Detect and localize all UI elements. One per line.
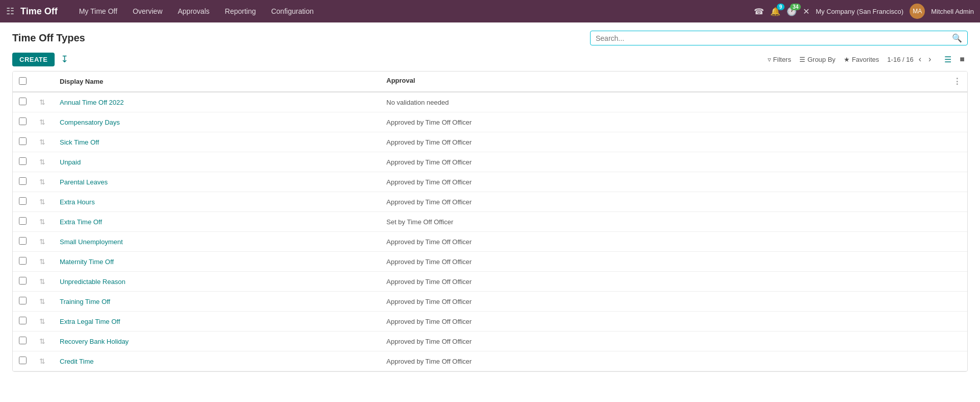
row-name-link[interactable]: Training Time Off bbox=[60, 298, 110, 305]
row-checkbox[interactable] bbox=[19, 357, 27, 364]
row-checkbox[interactable] bbox=[19, 137, 27, 145]
drag-handle-icon[interactable]: ⇅ bbox=[39, 337, 45, 345]
row-drag-cell[interactable]: ⇅ bbox=[33, 252, 54, 272]
pager-next[interactable]: › bbox=[926, 54, 933, 65]
nav-overview[interactable]: Overview bbox=[126, 4, 169, 18]
row-drag-cell[interactable]: ⇅ bbox=[33, 312, 54, 332]
header-display-name[interactable]: Display Name bbox=[54, 72, 380, 92]
row-checkbox-cell[interactable] bbox=[13, 92, 33, 112]
drag-handle-icon[interactable]: ⇅ bbox=[39, 158, 45, 166]
row-checkbox-cell[interactable] bbox=[13, 232, 33, 252]
row-drag-cell[interactable]: ⇅ bbox=[33, 232, 54, 252]
row-checkbox[interactable] bbox=[19, 317, 27, 324]
row-checkbox[interactable] bbox=[19, 197, 27, 205]
row-drag-cell[interactable]: ⇅ bbox=[33, 152, 54, 172]
row-drag-cell[interactable]: ⇅ bbox=[33, 132, 54, 152]
row-checkbox-cell[interactable] bbox=[13, 332, 33, 351]
row-name-link[interactable]: Extra Legal Time Off bbox=[60, 318, 120, 325]
drag-handle-icon[interactable]: ⇅ bbox=[39, 178, 45, 186]
row-drag-cell[interactable]: ⇅ bbox=[33, 172, 54, 192]
row-checkbox-cell[interactable] bbox=[13, 132, 33, 152]
table-row: ⇅ Unpaid Approved by Time Off Officer bbox=[13, 152, 967, 172]
nav-configuration[interactable]: Configuration bbox=[264, 4, 321, 18]
column-options-icon[interactable]: ⋮ bbox=[953, 77, 961, 86]
drag-handle-icon[interactable]: ⇅ bbox=[39, 98, 45, 106]
download-icon[interactable]: ↧ bbox=[57, 52, 72, 67]
header-approval[interactable]: Approval ⋮ bbox=[380, 72, 967, 92]
drag-handle-icon[interactable]: ⇅ bbox=[39, 198, 45, 206]
clock-icon[interactable]: 🕐 34 bbox=[787, 7, 797, 16]
row-checkbox[interactable] bbox=[19, 237, 27, 245]
row-name-link[interactable]: Unpaid bbox=[60, 158, 81, 166]
row-checkbox-cell[interactable] bbox=[13, 212, 33, 232]
row-checkbox[interactable] bbox=[19, 177, 27, 185]
row-name-link[interactable]: Compensatory Days bbox=[60, 119, 120, 126]
row-name-link[interactable]: Recovery Bank Holiday bbox=[60, 338, 129, 345]
row-name-link[interactable]: Extra Time Off bbox=[60, 218, 102, 226]
nav-reporting[interactable]: Reporting bbox=[218, 4, 263, 18]
close-icon[interactable]: ✕ bbox=[803, 7, 810, 16]
drag-handle-icon[interactable]: ⇅ bbox=[39, 357, 45, 365]
nav-my-time-off[interactable]: My Time Off bbox=[72, 4, 125, 18]
row-checkbox[interactable] bbox=[19, 257, 27, 265]
row-drag-cell[interactable]: ⇅ bbox=[33, 272, 54, 292]
row-checkbox-cell[interactable] bbox=[13, 272, 33, 292]
row-checkbox[interactable] bbox=[19, 337, 27, 344]
header-select-all[interactable] bbox=[13, 72, 33, 92]
row-drag-cell[interactable]: ⇅ bbox=[33, 92, 54, 112]
pager-prev[interactable]: ‹ bbox=[917, 54, 923, 65]
row-checkbox-cell[interactable] bbox=[13, 172, 33, 192]
row-checkbox[interactable] bbox=[19, 157, 27, 165]
row-name-cell: Extra Legal Time Off bbox=[54, 312, 380, 332]
row-name-link[interactable]: Annual Time Off 2022 bbox=[60, 99, 124, 106]
row-checkbox-cell[interactable] bbox=[13, 192, 33, 212]
row-checkbox-cell[interactable] bbox=[13, 152, 33, 172]
row-checkbox-cell[interactable] bbox=[13, 252, 33, 272]
drag-handle-icon[interactable]: ⇅ bbox=[39, 118, 45, 126]
bell-icon[interactable]: 🔔 9 bbox=[770, 7, 780, 16]
row-checkbox-cell[interactable] bbox=[13, 292, 33, 312]
list-view-button[interactable]: ☰ bbox=[941, 54, 954, 65]
row-name-link[interactable]: Unpredictable Reason bbox=[60, 278, 126, 286]
row-name-link[interactable]: Sick Time Off bbox=[60, 138, 99, 146]
row-name-cell: Unpaid bbox=[54, 152, 380, 172]
drag-handle-icon[interactable]: ⇅ bbox=[39, 138, 45, 146]
drag-handle-icon[interactable]: ⇅ bbox=[39, 218, 45, 226]
row-drag-cell[interactable]: ⇅ bbox=[33, 192, 54, 212]
row-checkbox[interactable] bbox=[19, 217, 27, 225]
create-button[interactable]: CREATE bbox=[12, 53, 55, 66]
grid-view-button[interactable]: ■ bbox=[957, 54, 968, 65]
grid-icon[interactable]: ☷ bbox=[6, 6, 14, 17]
select-all-checkbox[interactable] bbox=[19, 77, 27, 85]
row-name-link[interactable]: Small Unemployment bbox=[60, 238, 123, 246]
row-drag-cell[interactable]: ⇅ bbox=[33, 351, 54, 371]
nav-approvals[interactable]: Approvals bbox=[170, 4, 216, 18]
phone-icon[interactable]: ☎ bbox=[754, 7, 764, 16]
filters-button[interactable]: ▿ Filters bbox=[768, 56, 791, 63]
row-drag-cell[interactable]: ⇅ bbox=[33, 332, 54, 351]
search-icon[interactable]: 🔍 bbox=[952, 33, 962, 43]
row-name-link[interactable]: Extra Hours bbox=[60, 198, 95, 206]
row-drag-cell[interactable]: ⇅ bbox=[33, 112, 54, 132]
row-checkbox-cell[interactable] bbox=[13, 112, 33, 132]
row-checkbox-cell[interactable] bbox=[13, 351, 33, 371]
row-drag-cell[interactable]: ⇅ bbox=[33, 292, 54, 312]
drag-handle-icon[interactable]: ⇅ bbox=[39, 317, 45, 325]
row-drag-cell[interactable]: ⇅ bbox=[33, 212, 54, 232]
drag-handle-icon[interactable]: ⇅ bbox=[39, 257, 45, 266]
row-checkbox[interactable] bbox=[19, 277, 27, 285]
row-checkbox[interactable] bbox=[19, 117, 27, 125]
search-input[interactable] bbox=[596, 34, 952, 42]
row-checkbox[interactable] bbox=[19, 297, 27, 304]
avatar[interactable]: MA bbox=[910, 4, 925, 19]
row-name-link[interactable]: Maternity Time Off bbox=[60, 258, 114, 266]
row-name-link[interactable]: Parental Leaves bbox=[60, 178, 108, 186]
row-checkbox[interactable] bbox=[19, 98, 27, 105]
row-checkbox-cell[interactable] bbox=[13, 312, 33, 332]
group-by-button[interactable]: ☰ Group By bbox=[799, 56, 836, 63]
drag-handle-icon[interactable]: ⇅ bbox=[39, 277, 45, 286]
row-name-link[interactable]: Credit Time bbox=[60, 358, 93, 365]
drag-handle-icon[interactable]: ⇅ bbox=[39, 297, 45, 305]
favorites-button[interactable]: ★ Favorites bbox=[844, 56, 879, 63]
drag-handle-icon[interactable]: ⇅ bbox=[39, 238, 45, 246]
